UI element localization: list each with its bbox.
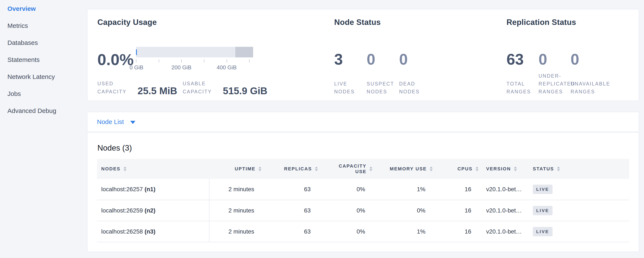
cluster-summary-card: Capacity Usage 0.0% 0 GiB 200 GiB 400 Gi… [87, 9, 639, 101]
gauge-tick-label: 400 GiB [217, 64, 236, 71]
replicas-cell: 63 [262, 200, 318, 221]
column-header-uptime[interactable]: UPTIME [209, 159, 262, 179]
label-line: RANGES [570, 88, 602, 96]
node-address-link[interactable]: localhost:26258(n3) [101, 228, 155, 235]
gauge-tick [136, 59, 136, 63]
node-address-link[interactable]: localhost:26259(n2) [101, 207, 155, 214]
node-address-link[interactable]: localhost:26257(n1) [101, 186, 155, 192]
column-label: REPLICAS [284, 166, 312, 172]
chevron-down-icon [130, 121, 136, 124]
column-label: MEMORY USE [390, 166, 427, 172]
unavailable-ranges-label: UNAVAILABLE RANGES [570, 80, 602, 96]
sort-icon [258, 167, 262, 171]
sort-icon [124, 167, 126, 171]
column-header-capacity-use[interactable]: CAPACITY USE [318, 159, 372, 179]
gauge-tick-labels: 0 GiB 200 GiB 400 GiB [136, 64, 253, 71]
sort-icon [430, 167, 433, 171]
label-line: SUSPECT [367, 80, 399, 88]
column-header-version[interactable]: VERSION [478, 159, 533, 179]
status-badge: LIVE [533, 185, 552, 194]
label-line: UNDER- [538, 72, 570, 80]
uptime-cell: 2 minutes [209, 200, 262, 221]
under-replicated-ranges-label: UNDER- REPLICATED RANGES [538, 72, 570, 96]
cpus-cell: 16 [433, 179, 478, 200]
table-row: localhost:26258(n3) 2 minutes 63 0% 1% 1… [97, 221, 629, 242]
gauge-tick-label: 0 GiB [130, 64, 143, 71]
gauge-tick-label: 200 GiB [172, 64, 192, 71]
sidebar-item-metrics[interactable]: Metrics [0, 17, 87, 34]
replicas-cell: 63 [262, 179, 318, 200]
cpus-cell: 16 [433, 200, 478, 221]
node-list-dropdown-card: Node List [87, 112, 639, 132]
version-cell: v20.1.0-bet… [478, 200, 533, 221]
capacity-use-cell: 0% [318, 179, 372, 200]
column-label: UPTIME [235, 166, 256, 172]
column-header-status[interactable]: STATUS [533, 159, 629, 179]
uptime-cell: 2 minutes [209, 179, 262, 200]
sort-icon [315, 167, 318, 171]
memory-use-cell: 0% [372, 200, 433, 221]
status-cell: LIVE [533, 179, 629, 200]
sidebar-item-jobs[interactable]: Jobs [0, 85, 87, 102]
sidebar-item-network-latency[interactable]: Network Latency [0, 68, 87, 85]
nodes-table-card: Nodes (3) NODES UPTIME [87, 132, 639, 252]
label-line: NODES [399, 88, 432, 96]
column-header-cpus[interactable]: CPUS [433, 159, 478, 179]
column-label: VERSION [486, 166, 511, 172]
column-header-memory-use[interactable]: MEMORY USE [372, 159, 433, 179]
capacity-gauge-track [136, 47, 253, 57]
sort-icon [514, 167, 517, 171]
uptime-cell: 2 minutes [209, 221, 262, 242]
nodes-table-title: Nodes (3) [98, 144, 629, 153]
total-ranges-label: TOTAL RANGES [506, 80, 538, 96]
node-list-dropdown[interactable]: Node List [97, 118, 136, 125]
sidebar-item-statements[interactable]: Statements [0, 51, 87, 68]
table-header-row: NODES UPTIME REPLICAS [97, 159, 629, 179]
label-line: REPLICATED [538, 80, 570, 88]
gauge-tick [181, 59, 182, 63]
label-line: CAPACITY [183, 88, 212, 96]
label-line: NODES [367, 88, 399, 96]
capacity-gauge: 0 GiB 200 GiB 400 GiB [136, 47, 253, 71]
suspect-nodes-label: SUSPECT NODES [367, 80, 399, 96]
label-line: NODES [334, 88, 367, 96]
column-header-nodes[interactable]: NODES [97, 159, 209, 179]
dead-nodes-label: DEAD NODES [399, 80, 432, 96]
used-capacity-stat: USED CAPACITY 25.5 MiB [98, 80, 177, 96]
replication-labels: TOTAL RANGES UNDER- REPLICATED RANGES UN… [506, 72, 602, 96]
gauge-tick [249, 59, 250, 63]
node-status-values: 3 0 0 [334, 51, 432, 68]
usable-capacity-label: USABLE CAPACITY [183, 80, 212, 96]
label-line: DEAD [399, 80, 432, 88]
replication-values: 63 0 0 [506, 51, 602, 68]
capacity-use-cell: 0% [318, 221, 372, 242]
node-name: (n1) [144, 186, 155, 192]
column-header-replicas[interactable]: REPLICAS [262, 159, 318, 179]
table-row: localhost:26259(n2) 2 minutes 63 0% 0% 1… [97, 200, 629, 221]
label-line: UNAVAILABLE [570, 80, 602, 88]
capacity-gauge-axis [136, 59, 253, 63]
capacity-gauge-unusable-segment [235, 47, 253, 57]
used-capacity-value: 25.5 MiB [138, 86, 177, 96]
status-badge: LIVE [533, 227, 552, 236]
status-badge: LIVE [533, 206, 552, 215]
label-line: TOTAL [506, 80, 538, 88]
capacity-used-percent: 0.0% [98, 51, 134, 68]
node-address: localhost:26257 [101, 186, 143, 192]
label-line: CAPACITY [98, 88, 126, 96]
live-nodes-label: LIVE NODES [334, 80, 367, 96]
sidebar-item-databases[interactable]: Databases [0, 34, 87, 51]
table-row: localhost:26257(n1) 2 minutes 63 0% 1% 1… [97, 179, 629, 200]
capacity-use-cell: 0% [318, 200, 372, 221]
node-status-section: Node Status 3 0 0 LIVE NODES SUSPECT NOD… [334, 9, 496, 101]
page: { "colors": { "page_bg": "#f4f5f9", "car… [0, 0, 644, 258]
column-label: NODES [101, 166, 120, 172]
capacity-usage-title: Capacity Usage [98, 18, 157, 27]
memory-use-cell: 1% [372, 221, 433, 242]
label-line: USABLE [183, 80, 212, 88]
sidebar-item-advanced-debug[interactable]: Advanced Debug [0, 102, 87, 119]
cpus-cell: 16 [433, 221, 478, 242]
sidebar-item-overview[interactable]: Overview [0, 0, 87, 17]
sort-icon [557, 167, 560, 171]
gauge-tick [226, 59, 227, 63]
